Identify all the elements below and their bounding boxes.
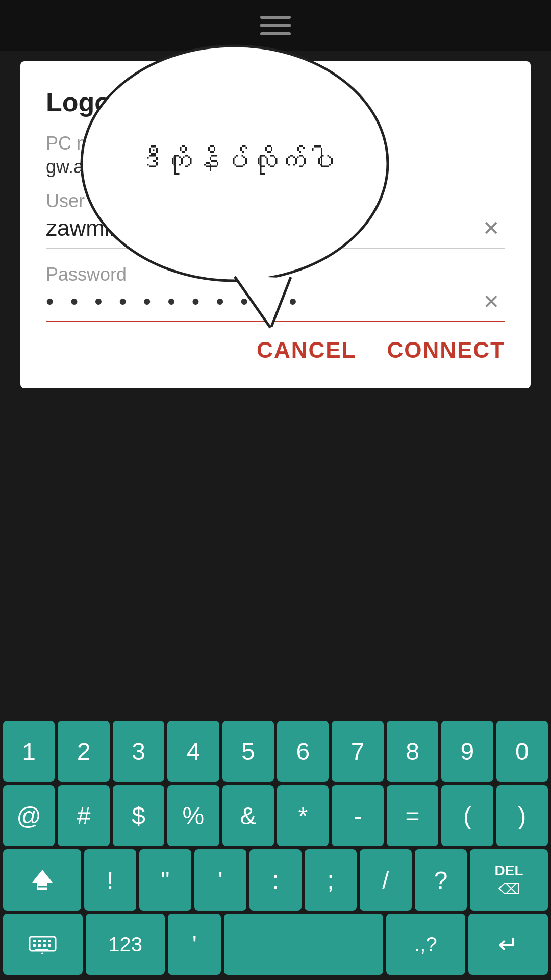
svg-text:ဒီကိုနိပ်လိုက်ပါ: ဒီကိုနိပ်လိုက်ပါ [135,145,335,177]
svg-marker-16 [40,952,45,954]
key-9[interactable]: 9 [441,721,493,782]
dialog-actions: CANCEL CONNECT [46,337,505,363]
keyboard-row-bottom: 123 ' .,? ↵ [0,911,551,980]
svg-rect-13 [43,944,46,947]
key-0[interactable]: 0 [496,721,548,782]
key-exclaim[interactable]: ! [84,849,136,911]
key-percent[interactable]: % [167,785,219,846]
connect-button[interactable]: CONNECT [387,337,505,363]
key-semicolon[interactable]: ; [305,849,357,911]
key-slash[interactable]: / [360,849,412,911]
key-enter[interactable]: ↵ [468,914,548,975]
key-3[interactable]: 3 [113,721,164,782]
key-space[interactable] [224,914,383,975]
key-keyboard-icon[interactable] [3,914,83,975]
key-4[interactable]: 4 [167,721,219,782]
key-dollar[interactable]: $ [113,785,164,846]
key-lparen[interactable]: ( [441,785,493,846]
key-shift[interactable] [3,849,81,911]
svg-rect-15 [35,949,48,951]
svg-rect-8 [38,940,41,942]
username-clear-button[interactable]: ✕ [478,214,505,242]
cancel-button[interactable]: CANCEL [257,337,356,363]
svg-rect-10 [48,940,51,942]
svg-rect-11 [33,944,36,947]
key-rparen[interactable]: ) [496,785,548,846]
keyboard-row-numbers: 1 2 3 4 5 6 7 8 9 0 [0,718,551,782]
svg-rect-14 [48,944,51,947]
key-8[interactable]: 8 [387,721,438,782]
svg-rect-9 [43,940,46,942]
speech-bubble: ဒီကိုနိပ်လိုက်ပါ [77,41,393,337]
keyboard-area: 1 2 3 4 5 6 7 8 9 0 @ # $ % & * - = ( ) … [0,718,551,980]
key-colon[interactable]: : [249,849,302,911]
key-dotcomma[interactable]: .,? [386,914,466,975]
svg-rect-12 [38,944,41,947]
key-question[interactable]: ? [415,849,467,911]
key-hash[interactable]: # [58,785,109,846]
key-6[interactable]: 6 [277,721,329,782]
key-at[interactable]: @ [3,785,55,846]
svg-rect-7 [33,940,36,942]
key-delete[interactable]: DEL ⌫ [470,849,548,911]
keyboard-row-special: ! " ' : ; / ? DEL ⌫ [0,846,551,911]
password-clear-button[interactable]: ✕ [478,287,505,316]
svg-rect-6 [30,937,56,951]
key-ampersand[interactable]: & [222,785,274,846]
key-quote[interactable]: " [139,849,191,911]
key-minus[interactable]: - [332,785,383,846]
hamburger-icon[interactable] [260,16,291,35]
keyboard-row-symbols: @ # $ % & * - = ( ) [0,782,551,846]
key-2[interactable]: 2 [58,721,109,782]
key-asterisk[interactable]: * [277,785,329,846]
key-apostrophe-bottom[interactable]: ' [168,914,221,975]
key-apos[interactable]: ' [194,849,246,911]
key-7[interactable]: 7 [332,721,383,782]
key-5[interactable]: 5 [222,721,274,782]
key-123[interactable]: 123 [86,914,165,975]
key-equals[interactable]: = [387,785,438,846]
key-1[interactable]: 1 [3,721,55,782]
